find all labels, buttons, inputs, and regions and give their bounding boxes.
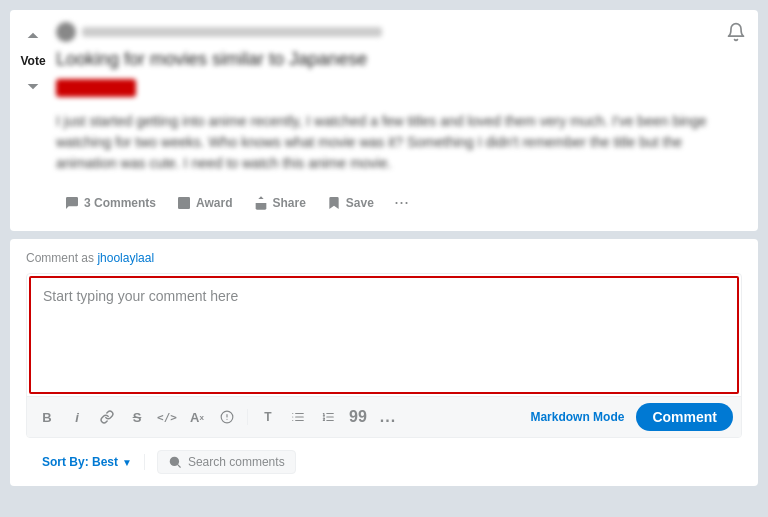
post-card: Vote Looking for movies similar to Japan… <box>10 10 758 231</box>
downvote-button[interactable] <box>21 72 45 96</box>
bullet-list-button[interactable] <box>286 405 310 429</box>
comment-input[interactable] <box>31 278 737 388</box>
quote-button[interactable]: 99 <box>346 405 370 429</box>
save-button[interactable]: Save <box>318 189 382 217</box>
avatar <box>56 22 76 42</box>
comments-label: 3 Comments <box>84 196 156 210</box>
svg-rect-0 <box>178 197 190 209</box>
post-body: I just started getting into anime recent… <box>56 111 746 174</box>
share-button[interactable]: Share <box>245 189 314 217</box>
code-button[interactable]: </> <box>155 405 179 429</box>
post-content: Looking for movies similar to Japanese I… <box>56 22 746 219</box>
link-button[interactable] <box>95 405 119 429</box>
award-label: Award <box>196 196 232 210</box>
superscript-button[interactable]: A x <box>185 405 209 429</box>
save-label: Save <box>346 196 374 210</box>
comment-submit-button[interactable]: Comment <box>636 403 733 431</box>
vote-label: Vote <box>20 54 45 68</box>
sort-by-button[interactable]: Sort By: Best ▼ <box>42 455 132 469</box>
comment-toolbar: B i S </> A x <box>27 396 741 437</box>
share-label: Share <box>273 196 306 210</box>
upvote-button[interactable] <box>21 26 45 50</box>
post-flair <box>56 79 136 97</box>
post-meta <box>56 22 746 42</box>
search-icon <box>168 455 182 469</box>
numbered-list-button[interactable] <box>316 405 340 429</box>
bold-button[interactable]: B <box>35 405 59 429</box>
sort-bar: Sort By: Best ▼ Search comments <box>26 438 742 474</box>
svg-line-17 <box>178 465 181 468</box>
comment-as-user-link[interactable]: jhoolaylaal <box>97 251 154 265</box>
markdown-mode-button[interactable]: Markdown Mode <box>524 406 630 428</box>
sort-by-label: Sort By: Best <box>42 455 118 469</box>
more-options-button[interactable]: ··· <box>386 186 417 219</box>
award-button[interactable]: Award <box>168 189 240 217</box>
toolbar-divider <box>247 409 248 425</box>
strikethrough-button[interactable]: S <box>125 405 149 429</box>
heading-button[interactable]: T <box>256 405 280 429</box>
comments-button[interactable]: 3 Comments <box>56 189 164 217</box>
comment-editor: Start typing your comment here B i S </> <box>26 273 742 438</box>
more-formatting-button[interactable]: ... <box>376 405 400 429</box>
sort-chevron-icon: ▼ <box>122 457 132 468</box>
sort-divider <box>144 454 145 470</box>
comment-section: Comment as jhoolaylaal Start typing your… <box>10 239 758 486</box>
comment-input-wrapper: Start typing your comment here <box>29 276 739 394</box>
vote-column: Vote <box>10 22 56 219</box>
search-comments-placeholder: Search comments <box>188 455 285 469</box>
post-layout: Vote Looking for movies similar to Japan… <box>10 22 746 219</box>
action-bar: 3 Comments Award Share Save ··· <box>56 186 746 219</box>
comment-as-label: Comment as jhoolaylaal <box>26 251 742 265</box>
spoiler-button[interactable] <box>215 405 239 429</box>
italic-button[interactable]: i <box>65 405 89 429</box>
post-title: Looking for movies similar to Japanese <box>56 48 746 71</box>
search-comments-bar[interactable]: Search comments <box>157 450 296 474</box>
meta-text <box>82 27 382 37</box>
page-container: Vote Looking for movies similar to Japan… <box>10 10 758 486</box>
